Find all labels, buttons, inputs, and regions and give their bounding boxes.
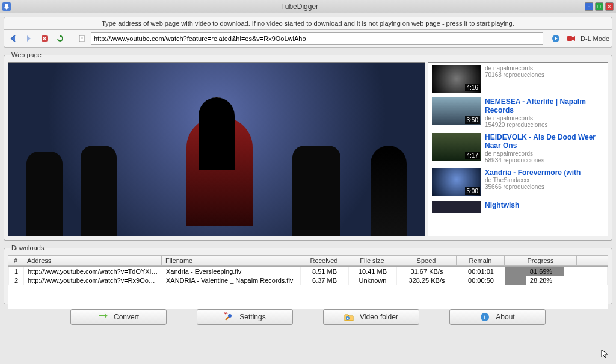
go-button[interactable] (549, 32, 562, 45)
app-icon (2, 2, 11, 11)
stop-button[interactable] (38, 32, 51, 45)
settings-button[interactable]: Settings (197, 309, 293, 325)
webpage-panel: Web page 4:16 de napalmrecords 701 (4, 51, 612, 241)
video-author: de napalmrecords (485, 150, 604, 157)
related-video-item[interactable]: 4:16 de napalmrecords 70163 reproduccion… (428, 63, 608, 95)
window-titlebar: TubeDigger − □ × (0, 0, 616, 13)
convert-button[interactable]: Convert (70, 309, 167, 325)
download-row[interactable]: 1http://www.youtube.com/watch?v=TdOYXlcK… (9, 267, 608, 276)
video-plays: 154920 reproducciones (485, 122, 604, 128)
related-video-item[interactable]: Nightwish (428, 199, 608, 215)
about-icon: i (480, 312, 490, 322)
video-author: de napalmrecords (485, 65, 544, 72)
video-title: NEMESEA - Afterlife | Napalm Records (485, 97, 604, 115)
col-num[interactable]: # (8, 256, 23, 266)
page-icon (75, 32, 88, 45)
downloads-panel: Downloads # Address Filename Received Fi… (4, 244, 612, 304)
svg-point-6 (228, 314, 232, 318)
video-plays: 58934 reproducciones (485, 157, 604, 164)
downloads-table: # Address Filename Received File size Sp… (8, 255, 608, 266)
video-duration: 3:50 (465, 116, 480, 124)
related-videos-sidebar[interactable]: 4:16 de napalmrecords 70163 reproduccion… (428, 62, 608, 236)
dl-mode-label[interactable]: D-L Mode (581, 35, 609, 42)
video-author: de TheSimdaxxx (485, 177, 581, 184)
related-video-item[interactable]: 3:50 NEMESEA - Afterlife | Napalm Record… (428, 95, 608, 131)
record-icon[interactable] (565, 32, 578, 45)
cursor-icon (600, 348, 610, 358)
video-title: Nightwish (485, 201, 519, 209)
video-title: HEIDEVOLK - Als De Dood Weer Naar Ons (485, 133, 604, 150)
svg-text:i: i (484, 313, 486, 321)
address-toolbar: D-L Mode (4, 29, 612, 48)
video-folder-label: Video folder (360, 313, 398, 321)
video-plays: 35666 reproducciones (485, 184, 581, 190)
video-author: de napalmrecords (485, 115, 604, 122)
video-duration: 5:00 (465, 187, 480, 195)
col-filename[interactable]: Filename (162, 256, 300, 266)
download-row[interactable]: 2http://www.youtube.com/watch?v=Rx9OoLwi… (9, 276, 608, 285)
webpage-legend: Web page (8, 51, 45, 58)
settings-icon (224, 312, 233, 322)
convert-label: Convert (114, 313, 139, 321)
col-address[interactable]: Address (23, 256, 162, 266)
refresh-button[interactable] (54, 32, 67, 45)
svg-rect-5 (567, 36, 572, 41)
video-folder-button[interactable]: Video folder (323, 309, 419, 325)
hint-text: Type address of web page with video to d… (4, 17, 612, 29)
folder-icon (344, 312, 354, 322)
settings-label: Settings (239, 313, 265, 321)
address-input[interactable] (91, 32, 543, 45)
video-duration: 4:17 (465, 152, 480, 159)
col-received[interactable]: Received (300, 256, 348, 266)
related-video-item[interactable]: 5:00 Xandria - Forevermore (with de TheS… (428, 166, 608, 199)
back-button[interactable] (7, 32, 20, 45)
col-filesize[interactable]: File size (348, 256, 396, 266)
about-button[interactable]: i About (449, 309, 546, 325)
close-button[interactable]: × (605, 2, 614, 11)
bottom-button-row: Convert Settings Video folder i About (4, 304, 612, 326)
minimize-button[interactable]: − (585, 2, 593, 11)
window-title: TubeDigger (14, 2, 585, 11)
downloads-legend: Downloads (8, 244, 48, 251)
convert-icon (98, 312, 108, 322)
video-duration: 4:16 (465, 84, 480, 91)
related-video-item[interactable]: 4:17 HEIDEVOLK - Als De Dood Weer Naar O… (428, 131, 608, 166)
col-speed[interactable]: Speed (396, 256, 457, 266)
video-player[interactable] (8, 62, 425, 236)
col-remain[interactable]: Remain (457, 256, 505, 266)
maximize-button[interactable]: □ (595, 2, 603, 11)
video-title: Xandria - Forevermore (with (485, 168, 581, 177)
col-progress[interactable]: Progress (505, 256, 577, 266)
forward-button[interactable] (22, 32, 35, 45)
about-label: About (496, 313, 514, 321)
video-plays: 70163 reproducciones (485, 72, 544, 78)
